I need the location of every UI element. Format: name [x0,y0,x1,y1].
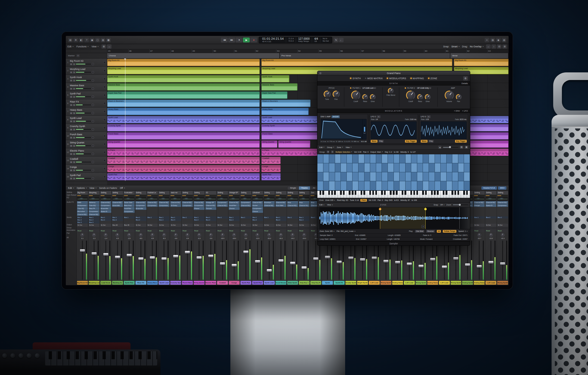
pan-knob[interactable] [92,128,94,131]
audio-fx-slot[interactable]: Channel EQ [217,204,228,207]
group-slot[interactable] [240,227,251,229]
zone-cell[interactable] [370,163,376,172]
audio-fx-slot[interactable]: Compressor [147,204,158,207]
solo-button[interactable]: S [73,137,75,139]
piano-black-key[interactable] [451,191,453,195]
fader[interactable] [170,240,181,280]
fader[interactable] [264,240,275,280]
pan-knob[interactable] [116,233,119,237]
input-monitor-led[interactable] [103,110,106,113]
send-slot[interactable]: Bus 2 [77,219,88,221]
group-slot[interactable] [170,227,181,229]
fader-cap[interactable] [243,251,248,253]
zone-cell[interactable] [447,181,453,190]
env-value[interactable]: D: 108 ms [336,141,343,142]
piano-black-key[interactable] [352,191,353,195]
group-slot[interactable] [77,227,88,229]
zone-cell[interactable] [382,172,388,181]
sample-start[interactable]: Sample Start: 0 [320,234,333,236]
send-slot[interactable]: Bus 1 [77,216,88,219]
pan-knob[interactable] [92,120,94,122]
zones-view-icon[interactable]: ▦ [465,146,468,149]
fader-cap[interactable] [360,258,365,261]
volume-knob[interactable] [445,91,454,100]
fader[interactable] [310,240,321,280]
solo-button[interactable]: S [73,145,75,147]
speed-dropdown[interactable]: Speed: 1▼ [458,230,468,232]
input-monitor-led[interactable] [103,135,106,137]
audio-fx-slot[interactable]: Tube EQ [77,207,88,210]
solo-button[interactable]: S [73,161,75,163]
env-value[interactable]: A: 0 ms [321,141,326,142]
volume-slider[interactable] [76,64,91,64]
metronome-icon[interactable]: ♩ [339,38,344,42]
audio-fx-slot[interactable]: Chorus [252,210,263,213]
volume-value[interactable]: -8.5 [135,237,146,240]
region[interactable]: Massive Bass [107,83,260,91]
audio-fx-slot[interactable]: Compressor [159,204,169,207]
zone-cell[interactable] [347,172,353,181]
zone-cell[interactable] [323,172,329,181]
pan-knob[interactable] [501,233,505,237]
fader[interactable] [252,240,263,280]
zone-cell[interactable] [317,172,323,181]
zone-cell[interactable] [347,154,353,163]
fader[interactable] [334,240,345,280]
strip-setting-button[interactable]: Setting [240,191,251,195]
send-slot[interactable]: Bus 1 [252,216,263,219]
region[interactable]: Massive Bass [261,83,298,91]
filter-blend-knob[interactable] [388,88,394,94]
mute-button[interactable]: M [70,145,72,147]
zone-select-dropdown[interactable]: Zone 335▼ [325,199,335,201]
zone-cell[interactable] [411,163,417,172]
pan-knob[interactable] [92,104,94,106]
volume-slider[interactable] [76,145,91,146]
strip-name[interactable]: Cowbell [217,281,228,285]
piano-black-key[interactable] [454,191,456,195]
region[interactable]: Big Room Kit [261,59,453,66]
fader[interactable] [357,240,368,280]
inspector-icon[interactable]: ◧ [79,38,83,42]
region[interactable]: Cowbell [261,157,281,164]
audio-fx-slot[interactable]: Compressor [240,201,251,204]
track-header[interactable]: 5Synth PadMS [66,91,107,99]
marker-verse[interactable]: Verse [450,53,509,58]
audio-fx-slot[interactable]: Channel EQ [287,204,298,207]
track-header[interactable]: 15Synth PadMS [66,173,107,181]
zone-cell[interactable] [317,181,323,190]
volume-slider[interactable] [76,96,91,97]
send-slot[interactable]: Bus 1 [182,216,193,219]
fader-cap[interactable] [208,255,213,257]
pan-knob[interactable] [456,94,462,100]
region[interactable]: Conga [107,165,260,172]
pan-knob[interactable] [92,136,94,139]
group-slot[interactable] [276,227,286,229]
output-slot[interactable]: St Out [485,224,496,227]
env-value[interactable]: R: 989 ms [351,141,359,142]
zone-cell[interactable] [423,163,429,172]
group-key-low[interactable]: Key: C-2 [385,151,392,153]
track-header[interactable]: 13CowbellMS [66,156,107,165]
fader-cap[interactable] [197,256,202,259]
add-marker-icon[interactable]: + [76,54,80,57]
lfo2-mono-button[interactable]: Mono [371,140,377,143]
volume-value[interactable]: -6.5 [147,237,158,240]
region[interactable]: Risers & Boomers [261,100,311,107]
audio-fx-slot[interactable]: Compressor [100,204,111,207]
track-header[interactable]: 8Synth LeadMS [66,116,107,124]
region[interactable]: String Quartet [278,140,310,148]
zone-cell[interactable] [441,172,447,181]
strip-name[interactable]: Analog Sweep [427,281,438,285]
input-monitor-led[interactable] [103,143,106,145]
region[interactable]: Synth Pad [107,173,260,180]
one-shot-button[interactable]: One Shot [415,230,425,233]
zone-cell[interactable] [341,172,347,181]
zone-tune[interactable]: Tune: 0.14 [350,199,359,201]
strip-setting-button[interactable]: Setting [485,191,496,195]
tempo-mode[interactable]: Keep Tempo [298,40,310,42]
automation-mode[interactable]: Read [276,229,286,232]
group-slot[interactable] [497,227,508,229]
volume-value[interactable]: -10.2 [276,237,286,240]
strip-name[interactable]: Analog Sweep [474,281,485,285]
output-slot[interactable]: St Out [89,224,100,227]
